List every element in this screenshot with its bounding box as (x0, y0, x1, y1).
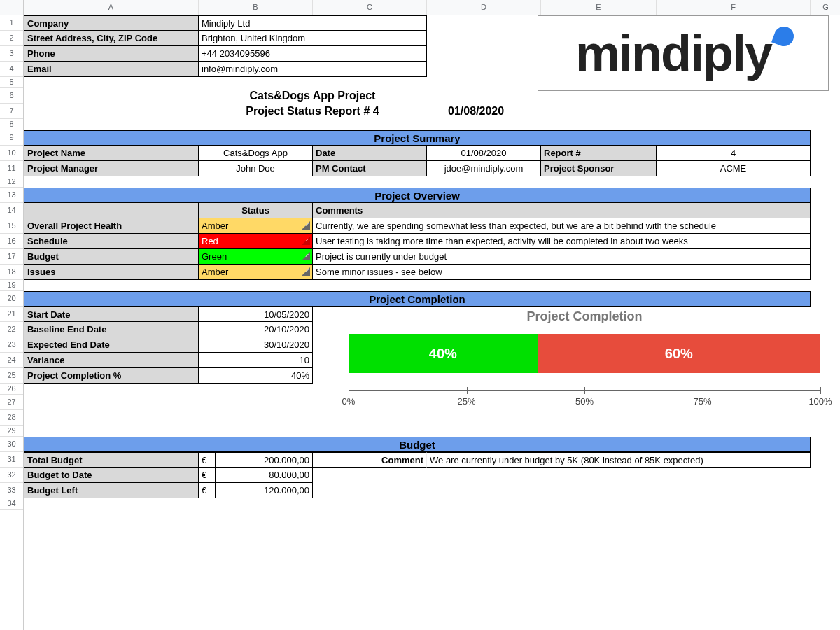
row-header[interactable]: 11 (0, 161, 23, 176)
row-header[interactable]: 26 (0, 384, 23, 395)
cell[interactable] (24, 88, 199, 104)
label-pm[interactable]: Project Manager (24, 161, 199, 176)
overview-comment[interactable]: User testing is taking more time than ex… (313, 234, 811, 249)
row-header[interactable]: 18 (0, 265, 23, 280)
chevron-down-icon[interactable] (302, 237, 310, 245)
row-header[interactable]: 12 (0, 176, 23, 188)
completion-value[interactable]: 10/05/2020 (199, 307, 313, 322)
chevron-down-icon[interactable] (302, 221, 310, 230)
section-budget[interactable]: Budget (24, 437, 811, 452)
spreadsheet-grid[interactable]: Company Mindiply Ltd Street Address, Cit… (24, 15, 840, 510)
label-email[interactable]: Email (24, 62, 199, 77)
cell[interactable] (24, 498, 840, 510)
label-pm-contact[interactable]: PM Contact (313, 161, 427, 176)
row-header[interactable]: 9 (0, 130, 23, 146)
row-header[interactable]: 16 (0, 234, 23, 249)
row-header[interactable]: 21 (0, 307, 23, 322)
overview-header-status[interactable]: Status (199, 203, 313, 218)
budget-label[interactable]: Total Budget (24, 452, 199, 468)
label-company[interactable]: Company (24, 15, 199, 31)
report-title[interactable]: Project Status Report # 4 (199, 104, 427, 119)
row-header[interactable]: 29 (0, 426, 23, 437)
section-project-completion[interactable]: Project Completion (24, 291, 811, 307)
row-header[interactable]: 32 (0, 468, 23, 483)
budget-currency[interactable]: € (199, 483, 216, 498)
col-header[interactable]: G (811, 0, 840, 15)
label-project-name[interactable]: Project Name (24, 146, 199, 161)
row-header[interactable]: 17 (0, 249, 23, 265)
budget-label[interactable]: Budget Left (24, 483, 199, 498)
col-header[interactable]: F (657, 0, 811, 15)
col-header[interactable]: B (199, 0, 313, 15)
cell[interactable] (427, 46, 541, 62)
cell[interactable] (24, 119, 840, 130)
label-phone[interactable]: Phone (24, 46, 199, 62)
value-sponsor[interactable]: ACME (657, 161, 811, 176)
overview-comment[interactable]: Project is currently under budget (313, 249, 811, 265)
row-header[interactable]: 6 (0, 88, 23, 104)
col-header[interactable]: D (427, 0, 541, 15)
cell[interactable] (427, 31, 541, 46)
cell[interactable] (24, 104, 199, 119)
cell[interactable] (427, 15, 541, 31)
report-date[interactable]: 01/08/2020 (427, 104, 541, 119)
cell[interactable] (24, 280, 840, 291)
overview-header-blank[interactable] (24, 203, 199, 218)
value-date[interactable]: 01/08/2020 (427, 146, 541, 161)
overview-comment[interactable]: Some minor issues - see below (313, 265, 811, 280)
row-header[interactable]: 13 (0, 188, 23, 203)
value-phone[interactable]: +44 2034095596 (199, 46, 427, 62)
completion-label[interactable]: Baseline End Date (24, 322, 199, 337)
value-company[interactable]: Mindiply Ltd (199, 15, 427, 31)
select-all-corner[interactable] (0, 0, 23, 15)
value-email[interactable]: info@mindiply.com (199, 62, 427, 77)
budget-currency[interactable]: € (199, 452, 216, 468)
budget-value[interactable]: 120.000,00 (216, 483, 313, 498)
row-header[interactable]: 7 (0, 104, 23, 119)
row-header[interactable]: 27 (0, 395, 23, 410)
budget-value[interactable]: 80.000,00 (216, 468, 313, 483)
row-header[interactable]: 25 (0, 368, 23, 384)
row-header[interactable]: 10 (0, 146, 23, 161)
budget-comment[interactable]: We are currently under budget by 5K (80K… (427, 452, 811, 468)
row-header[interactable]: 31 (0, 452, 23, 468)
budget-comment-label[interactable]: Comment (313, 452, 427, 468)
cell[interactable] (24, 176, 840, 188)
row-header[interactable]: 19 (0, 280, 23, 291)
overview-label[interactable]: Budget (24, 249, 199, 265)
label-sponsor[interactable]: Project Sponsor (541, 161, 657, 176)
row-header[interactable]: 5 (0, 77, 23, 88)
status-dropdown[interactable]: Red (199, 234, 313, 249)
overview-label[interactable]: Overall Project Health (24, 218, 199, 234)
row-header[interactable]: 34 (0, 498, 23, 510)
value-address[interactable]: Brighton, United Kingdom (199, 31, 427, 46)
overview-comment[interactable]: Currently, we are spending somewhat less… (313, 218, 811, 234)
row-header[interactable]: 3 (0, 46, 23, 62)
value-project-name[interactable]: Cats&Dogs App (199, 146, 313, 161)
row-header[interactable]: 28 (0, 410, 23, 426)
completion-label[interactable]: Start Date (24, 307, 199, 322)
value-pm[interactable]: John Doe (199, 161, 313, 176)
section-project-summary[interactable]: Project Summary (24, 130, 811, 146)
row-header[interactable]: 30 (0, 437, 23, 452)
completion-value[interactable]: 10 (199, 353, 313, 368)
label-report-num[interactable]: Report # (541, 146, 657, 161)
row-header[interactable]: 20 (0, 291, 23, 307)
overview-label[interactable]: Schedule (24, 234, 199, 249)
overview-label[interactable]: Issues (24, 265, 199, 280)
row-header[interactable]: 2 (0, 31, 23, 46)
row-header[interactable]: 4 (0, 62, 23, 77)
budget-value[interactable]: 200.000,00 (216, 452, 313, 468)
row-header[interactable]: 23 (0, 337, 23, 353)
row-header[interactable]: 8 (0, 119, 23, 130)
completion-value[interactable]: 30/10/2020 (199, 337, 313, 353)
row-header[interactable]: 15 (0, 218, 23, 234)
overview-header-comments[interactable]: Comments (313, 203, 811, 218)
row-header[interactable]: 1 (0, 15, 23, 31)
status-dropdown[interactable]: Amber (199, 218, 313, 234)
cell[interactable] (427, 62, 541, 77)
completion-label[interactable]: Project Completion % (24, 368, 199, 384)
budget-currency[interactable]: € (199, 468, 216, 483)
cell[interactable] (24, 426, 840, 437)
completion-value[interactable]: 40% (199, 368, 313, 384)
